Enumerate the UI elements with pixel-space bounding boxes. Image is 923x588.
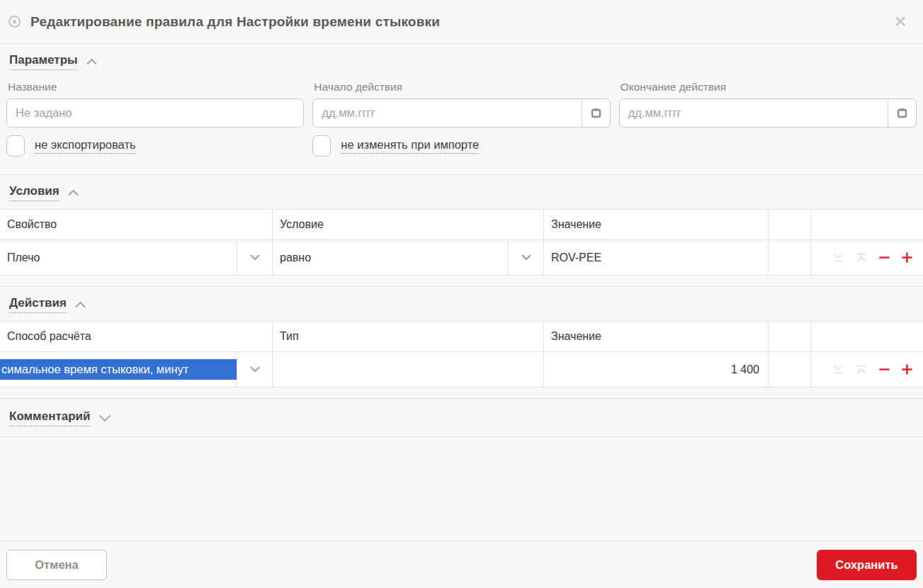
actions-header-type: Тип	[273, 322, 544, 351]
condition-row-actions	[811, 240, 923, 275]
action-gap-cell	[769, 352, 811, 387]
name-field-label: Название	[8, 81, 304, 94]
plus-icon	[901, 363, 913, 375]
conditions-table-header: Свойство Условие Значение	[0, 210, 923, 240]
rule-target-icon	[8, 15, 21, 28]
minus-icon	[878, 251, 890, 264]
move-row-down-button[interactable]	[832, 251, 844, 264]
end-date-calendar-button[interactable]	[888, 99, 916, 127]
actions-table-row: симальное время стыковки, минут 1 400	[0, 352, 923, 388]
conditions-table-row: Плечо равно ROV-PEE	[0, 240, 923, 276]
start-date-calendar-button[interactable]	[582, 99, 610, 127]
move-row-up-button[interactable]	[855, 363, 868, 375]
name-field-group: Название	[6, 79, 304, 128]
move-to-bottom-icon	[832, 251, 844, 264]
actions-header-gap	[769, 322, 811, 351]
comment-section-toggle[interactable]: Комментарий	[9, 409, 90, 426]
chevron-down-icon	[521, 254, 531, 261]
chevron-down-icon[interactable]	[98, 414, 111, 422]
parameters-fields: Название Начало действия Окончание дейст…	[0, 79, 923, 128]
add-row-button[interactable]	[901, 251, 913, 264]
actions-table-header: Способ расчёта Тип Значение	[0, 322, 923, 352]
no-change-on-import-checkbox[interactable]	[312, 135, 331, 157]
conditions-table: Свойство Условие Значение Плечо равно RO…	[0, 209, 923, 276]
end-date-label: Окончание действия	[621, 81, 917, 94]
condition-operator-value[interactable]: равно	[273, 240, 509, 275]
condition-operator-dropdown[interactable]	[509, 240, 544, 275]
conditions-header-value: Значение	[544, 210, 769, 239]
add-row-button[interactable]	[901, 363, 913, 375]
comment-section-header: Комментарий	[0, 398, 923, 437]
edit-rule-dialog: Редактирование правила для Настройки вре…	[0, 0, 923, 588]
move-row-down-button[interactable]	[832, 363, 844, 375]
conditions-header-condition: Условие	[273, 210, 544, 239]
actions-section-toggle[interactable]: Действия	[9, 296, 67, 313]
no-export-checkbox[interactable]	[6, 135, 25, 157]
no-change-on-import-checkbox-item: не изменять при импорте	[312, 135, 610, 157]
plus-icon	[901, 251, 913, 264]
remove-row-button[interactable]	[878, 251, 890, 264]
start-date-field	[312, 98, 610, 128]
condition-value-input[interactable]: ROV-PEE	[544, 240, 769, 275]
start-date-field-group: Начало действия	[312, 79, 610, 128]
actions-header-value: Значение	[544, 322, 769, 351]
calendar-icon	[896, 107, 908, 119]
dialog-title-bar: Редактирование правила для Настройки вре…	[0, 0, 923, 44]
no-change-on-import-label[interactable]: не изменять при импорте	[341, 138, 479, 154]
move-to-top-icon	[855, 363, 868, 375]
chevron-up-icon[interactable]	[86, 58, 97, 65]
save-button[interactable]: Сохранить	[817, 550, 917, 580]
actions-header-method: Способ расчёта	[0, 322, 273, 351]
end-date-field-group: Окончание действия	[619, 79, 917, 128]
no-export-checkbox-item: не экспортировать	[6, 135, 304, 157]
dialog-title: Редактирование правила для Настройки вре…	[30, 14, 440, 30]
name-input[interactable]	[6, 98, 304, 128]
actions-section-header: Действия	[0, 286, 923, 321]
selected-text: симальное время стыковки, минут	[0, 359, 237, 380]
move-to-top-icon	[855, 251, 868, 264]
action-type-cell[interactable]	[273, 352, 544, 387]
actions-header-actions	[811, 322, 923, 351]
remove-row-button[interactable]	[878, 363, 890, 375]
chevron-up-icon[interactable]	[75, 301, 86, 308]
conditions-section-toggle[interactable]: Условия	[9, 184, 60, 201]
parameters-section-toggle[interactable]: Параметры	[9, 53, 78, 70]
conditions-header-property: Свойство	[0, 210, 273, 239]
chevron-up-icon[interactable]	[68, 189, 79, 196]
parameters-section-header: Параметры	[0, 44, 923, 78]
end-date-field	[619, 98, 917, 128]
action-method-input[interactable]: симальное время стыковки, минут	[0, 352, 237, 387]
conditions-header-gap	[769, 210, 811, 239]
condition-property-dropdown[interactable]	[237, 240, 273, 275]
action-value-input[interactable]: 1 400	[544, 352, 769, 387]
dialog-footer: Отмена Сохранить	[0, 541, 923, 588]
end-date-input[interactable]	[620, 99, 888, 127]
cancel-button[interactable]: Отмена	[6, 550, 107, 580]
start-date-input[interactable]	[313, 99, 581, 127]
minus-icon	[878, 363, 890, 375]
action-row-actions	[811, 352, 923, 387]
condition-gap-cell	[769, 240, 811, 275]
move-to-bottom-icon	[832, 363, 844, 375]
parameters-checkboxes: не экспортировать не изменять при импорт…	[0, 135, 923, 157]
condition-property-value[interactable]: Плечо	[0, 240, 237, 275]
calendar-icon	[590, 107, 602, 119]
conditions-header-actions	[811, 210, 923, 239]
close-icon[interactable]: ✕	[889, 12, 912, 32]
start-date-label: Начало действия	[314, 81, 610, 94]
conditions-section-header: Условия	[0, 174, 923, 209]
move-row-up-button[interactable]	[855, 251, 868, 264]
chevron-down-icon	[250, 254, 260, 261]
actions-table: Способ расчёта Тип Значение симальное вр…	[0, 321, 923, 388]
no-export-label[interactable]: не экспортировать	[35, 138, 136, 154]
chevron-down-icon	[250, 366, 260, 373]
empty-area	[0, 437, 923, 541]
action-method-dropdown[interactable]	[237, 352, 273, 387]
